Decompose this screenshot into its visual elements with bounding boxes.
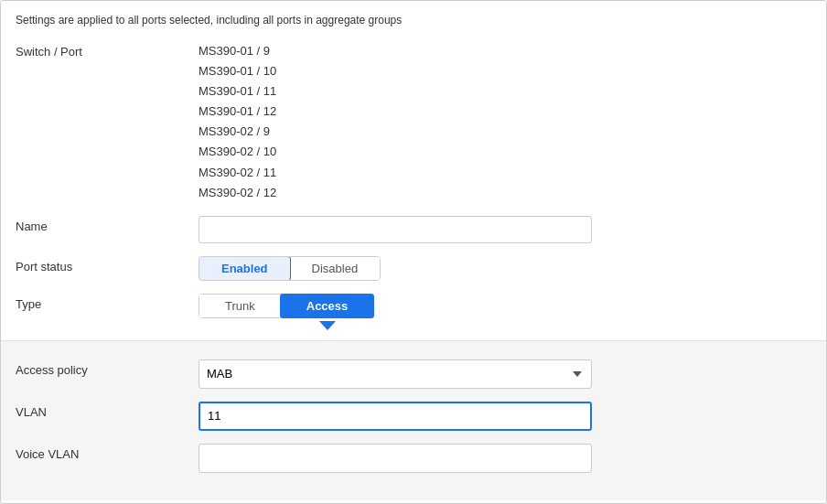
access-policy-select-wrapper: MAB 802.1x None: [199, 359, 592, 389]
port-status-toggle: Enabled Disabled: [199, 256, 811, 281]
name-input[interactable]: [199, 216, 592, 243]
settings-panel: Settings are applied to all ports select…: [0, 0, 827, 504]
list-item: MS390-01 / 9: [199, 41, 811, 61]
type-toggle: Trunk Access: [199, 294, 811, 318]
voice-vlan-row: Voice VLAN: [16, 444, 811, 473]
name-label: Name: [16, 216, 199, 233]
access-policy-row: Access policy MAB 802.1x None: [16, 359, 811, 389]
info-bar-text: Settings are applied to all ports select…: [16, 14, 402, 27]
type-toggle-group: Trunk Access: [199, 294, 374, 318]
vlan-label: VLAN: [16, 402, 199, 419]
access-button[interactable]: Access: [280, 294, 375, 318]
access-policy-field: MAB 802.1x None: [199, 359, 811, 389]
access-policy-label: Access policy: [16, 359, 199, 377]
list-item: MS390-01 / 10: [199, 61, 811, 81]
enabled-button[interactable]: Enabled: [199, 256, 291, 281]
vlan-input[interactable]: [199, 402, 592, 431]
trunk-button[interactable]: Trunk: [199, 295, 281, 317]
switch-port-row: Switch / Port MS390-01 / 9 MS390-01 / 10…: [16, 41, 811, 203]
list-item: MS390-01 / 11: [199, 81, 811, 102]
access-policy-select[interactable]: MAB 802.1x None: [199, 359, 592, 389]
port-status-row: Port status Enabled Disabled: [16, 256, 811, 281]
name-field-wrapper: [199, 216, 811, 243]
access-button-wrapper: Access: [281, 295, 374, 317]
vlan-field: [199, 402, 811, 431]
type-row: Type Trunk Access: [16, 294, 811, 318]
voice-vlan-input[interactable]: [199, 444, 592, 473]
list-item: MS390-02 / 9: [199, 122, 811, 142]
name-row: Name: [16, 216, 811, 243]
active-type-indicator: [319, 321, 336, 330]
top-section: Settings are applied to all ports select…: [1, 1, 826, 333]
list-item: MS390-02 / 12: [199, 183, 811, 203]
switch-port-values: MS390-01 / 9 MS390-01 / 10 MS390-01 / 11…: [199, 41, 811, 203]
voice-vlan-field: [199, 444, 811, 473]
port-list: MS390-01 / 9 MS390-01 / 10 MS390-01 / 11…: [199, 41, 811, 203]
info-bar: Settings are applied to all ports select…: [16, 14, 811, 27]
switch-port-label: Switch / Port: [16, 41, 199, 59]
voice-vlan-label: Voice VLAN: [16, 444, 199, 461]
port-status-label: Port status: [16, 256, 199, 273]
list-item: MS390-01 / 12: [199, 102, 811, 122]
list-item: MS390-02 / 10: [199, 142, 811, 162]
list-item: MS390-02 / 11: [199, 163, 811, 183]
type-label: Type: [16, 294, 199, 311]
vlan-row: VLAN: [16, 402, 811, 431]
bottom-section: Access policy MAB 802.1x None VLAN Voice…: [1, 341, 826, 500]
disabled-button[interactable]: Disabled: [290, 257, 381, 280]
port-status-toggle-group: Enabled Disabled: [199, 256, 381, 281]
